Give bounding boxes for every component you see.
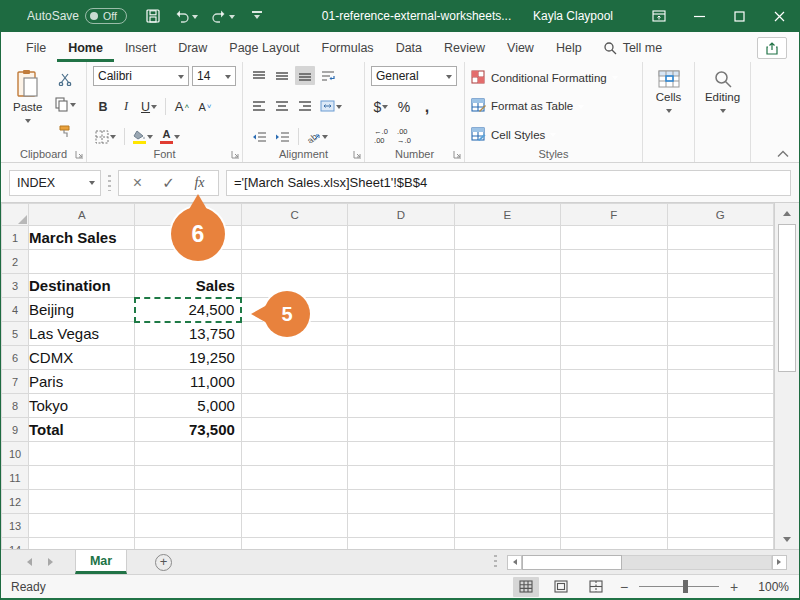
view-page-layout-button[interactable] (548, 577, 574, 597)
zoom-out-button[interactable]: − (618, 579, 630, 595)
row-header-3[interactable]: 3 (2, 274, 29, 298)
cell-E4[interactable] (454, 298, 560, 322)
row-header-2[interactable]: 2 (2, 250, 29, 274)
cell-G1[interactable] (667, 226, 773, 250)
row-header-7[interactable]: 7 (2, 370, 29, 394)
cell-A5[interactable]: Las Vegas (29, 322, 135, 346)
maximize-button[interactable] (719, 0, 759, 32)
cell-B5[interactable]: 13,750 (135, 322, 241, 346)
share-button[interactable] (757, 37, 787, 59)
cell-E6[interactable] (454, 346, 560, 370)
tab-review[interactable]: Review (433, 35, 496, 62)
view-normal-button[interactable] (513, 577, 539, 597)
col-header-F[interactable]: F (561, 204, 667, 226)
col-header-G[interactable]: G (667, 204, 773, 226)
cell-D14[interactable] (348, 538, 454, 550)
cell-D13[interactable] (348, 514, 454, 538)
cell-C6[interactable] (241, 346, 347, 370)
redo-dropdown-icon[interactable] (229, 15, 235, 22)
tell-me-button[interactable]: Tell me (593, 35, 673, 62)
font-color-button[interactable]: A (158, 127, 182, 146)
cell-F4[interactable] (561, 298, 667, 322)
underline-caret-icon[interactable] (151, 105, 157, 112)
cell-G4[interactable] (667, 298, 773, 322)
col-header-D[interactable]: D (348, 204, 454, 226)
next-sheet-icon[interactable] (48, 558, 57, 566)
redo-button[interactable] (211, 9, 235, 23)
borders-button[interactable] (93, 127, 118, 146)
tab-help[interactable]: Help (545, 35, 593, 62)
cell-C11[interactable] (241, 466, 347, 490)
row-header-4[interactable]: 4 (2, 298, 29, 322)
scroll-left-button[interactable] (507, 555, 522, 570)
tab-insert[interactable]: Insert (114, 35, 167, 62)
accounting-format-button[interactable]: $ (371, 97, 391, 116)
cell-E13[interactable] (454, 514, 560, 538)
cell-A11[interactable] (29, 466, 135, 490)
merge-caret-icon[interactable] (336, 105, 342, 112)
increase-decimal-button[interactable]: ←.0.00 (371, 127, 391, 146)
editing-caret-icon[interactable] (720, 109, 726, 116)
cell-D4[interactable] (348, 298, 454, 322)
select-all-corner[interactable] (2, 204, 29, 226)
bottom-align-button[interactable] (295, 66, 315, 85)
cell-F13[interactable] (561, 514, 667, 538)
cell-D7[interactable] (348, 370, 454, 394)
cell-A4[interactable]: Beijing (29, 298, 135, 322)
sheet-tab-mar[interactable]: Mar (75, 550, 127, 574)
scroll-right-button[interactable] (772, 555, 787, 570)
cell-C9[interactable] (241, 418, 347, 442)
top-align-button[interactable] (249, 66, 269, 85)
cell-G8[interactable] (667, 394, 773, 418)
horizontal-scrollbar[interactable] (494, 550, 799, 574)
row-header-14[interactable]: 14 (2, 538, 29, 550)
cell-D5[interactable] (348, 322, 454, 346)
cell-G13[interactable] (667, 514, 773, 538)
tab-file[interactable]: File (15, 35, 57, 62)
tab-page-layout[interactable]: Page Layout (218, 35, 310, 62)
cell-A3[interactable]: Destination (29, 274, 135, 298)
cell-B6[interactable]: 19,250 (135, 346, 241, 370)
tab-data[interactable]: Data (385, 35, 433, 62)
cell-E12[interactable] (454, 490, 560, 514)
cell-G2[interactable] (667, 250, 773, 274)
orientation-button[interactable]: ab (305, 127, 330, 146)
cell-A12[interactable] (29, 490, 135, 514)
cell-C12[interactable] (241, 490, 347, 514)
cell-B12[interactable] (135, 490, 241, 514)
fill-color-caret-icon[interactable] (147, 135, 153, 142)
tab-home[interactable]: Home (57, 35, 114, 62)
undo-dropdown-icon[interactable] (192, 15, 198, 22)
tab-draw[interactable]: Draw (167, 35, 218, 62)
cell-E11[interactable] (454, 466, 560, 490)
cancel-button[interactable]: × (122, 172, 153, 194)
cell-F2[interactable] (561, 250, 667, 274)
cell-B11[interactable] (135, 466, 241, 490)
format-painter-button[interactable] (52, 121, 78, 140)
paste-button[interactable]: Paste (7, 66, 48, 146)
prev-sheet-icon[interactable] (23, 558, 32, 566)
cell-F3[interactable] (561, 274, 667, 298)
cell-C13[interactable] (241, 514, 347, 538)
col-header-A[interactable]: A (29, 204, 135, 226)
orientation-caret-icon[interactable] (322, 135, 328, 142)
wrap-text-button[interactable] (318, 66, 338, 85)
increase-indent-button[interactable] (272, 127, 292, 146)
tab-formulas[interactable]: Formulas (311, 35, 385, 62)
cell-A13[interactable] (29, 514, 135, 538)
font-family-combo[interactable]: Calibri (93, 66, 189, 86)
scroll-down-button[interactable] (775, 530, 799, 549)
cell-C14[interactable] (241, 538, 347, 550)
cell-B7[interactable]: 11,000 (135, 370, 241, 394)
cell-D9[interactable] (348, 418, 454, 442)
alignment-dialog-launcher-icon[interactable] (353, 150, 362, 159)
cell-styles-button[interactable]: Cell Styles (471, 124, 636, 145)
decrease-indent-button[interactable] (249, 127, 269, 146)
undo-button[interactable] (174, 9, 198, 23)
copy-dropdown-icon[interactable] (70, 103, 76, 110)
cell-C10[interactable] (241, 442, 347, 466)
vertical-scrollbar[interactable] (774, 203, 799, 549)
row-header-13[interactable]: 13 (2, 514, 29, 538)
cell-G5[interactable] (667, 322, 773, 346)
zoom-slider[interactable] (639, 586, 719, 587)
